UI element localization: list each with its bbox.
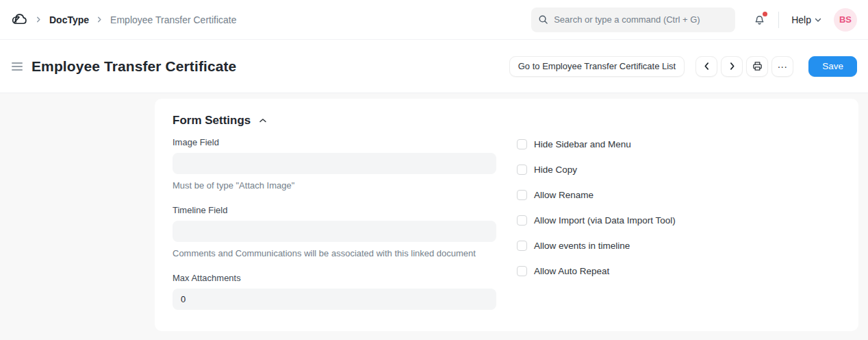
image-field-label: Image Field [173,137,496,147]
print-button[interactable] [746,56,768,77]
checkbox[interactable] [517,266,527,276]
section-title: Form Settings [173,114,251,127]
image-field-group: Image Field Must be of type "Attach Imag… [173,137,496,191]
top-navbar: DocType Employee Transfer Certificate He… [0,0,868,40]
navbar-divider [778,12,779,28]
checkbox-label: Hide Copy [534,165,577,175]
timeline-field-label: Timeline Field [173,205,496,215]
checkbox-row-allow-rename[interactable]: Allow Rename [517,190,841,200]
save-button[interactable]: Save [808,56,857,77]
checkbox[interactable] [517,190,527,200]
checkbox-label: Allow events in timeline [534,241,630,251]
main-content: Form Settings Image Field Must be of typ… [0,93,868,331]
checkbox[interactable] [517,139,527,149]
help-label: Help [791,14,811,25]
form-settings-card: Form Settings Image Field Must be of typ… [155,99,858,331]
max-attachments-input[interactable] [173,289,496,310]
checkbox-label: Allow Auto Repeat [534,266,609,276]
help-menu[interactable]: Help [791,14,821,25]
checkbox-label: Allow Import (via Data Import Tool) [534,215,676,226]
image-field-help: Must be of type "Attach Image" [173,180,496,191]
checkbox-row-allow-events-in-timeline[interactable]: Allow events in timeline [517,241,841,251]
previous-document-button[interactable] [695,56,717,77]
timeline-field-group: Timeline Field Comments and Communicatio… [173,205,496,258]
search-input[interactable] [554,14,728,25]
global-search[interactable] [531,8,735,32]
checkbox-row-hide-sidebar-and-menu[interactable]: Hide Sidebar and Menu [517,139,841,149]
checkbox-row-allow-auto-repeat[interactable]: Allow Auto Repeat [517,266,841,276]
breadcrumb-doctype-link[interactable]: DocType [49,14,89,25]
chevron-down-icon [815,16,821,23]
checkbox-label: Hide Sidebar and Menu [534,139,631,149]
search-icon [538,14,548,25]
checkbox[interactable] [517,165,527,175]
checkbox[interactable] [517,215,527,226]
breadcrumb-current-page: Employee Transfer Certificate [110,14,236,25]
max-attachments-label: Max Attachments [173,273,496,283]
chevron-left-icon [702,62,711,71]
checkbox[interactable] [517,241,527,251]
go-to-list-button[interactable]: Go to Employee Transfer Certificate List [509,56,685,77]
max-attachments-group: Max Attachments [173,273,496,310]
more-options-button[interactable]: ... [771,56,793,77]
menu-icon[interactable] [12,60,23,73]
form-settings-left-column: Image Field Must be of type "Attach Imag… [173,137,496,310]
form-settings-right-column: Hide Sidebar and Menu Hide Copy Allow Re… [517,137,841,310]
navbar-right: Help BS [531,8,857,32]
page-header: Employee Transfer Certificate Go to Empl… [0,40,868,93]
notifications-bell-icon[interactable] [753,13,766,26]
timeline-field-input[interactable] [173,221,496,242]
form-settings-section-header[interactable]: Form Settings [173,114,841,127]
chevron-right-icon [728,62,737,71]
image-field-input[interactable] [173,153,496,174]
checkbox-row-hide-copy[interactable]: Hide Copy [517,165,841,175]
printer-icon [752,60,763,72]
checkbox-label: Allow Rename [534,190,593,200]
chevron-right-icon [97,16,103,23]
page-title: Employee Transfer Certificate [31,58,236,75]
chevron-right-icon [36,16,42,23]
notification-dot [763,12,767,16]
user-avatar[interactable]: BS [834,8,857,32]
timeline-field-help: Comments and Communications will be asso… [173,248,496,258]
chevron-up-icon [259,117,267,125]
breadcrumb: DocType Employee Transfer Certificate [11,11,237,28]
ellipsis-icon: ... [778,60,788,73]
avatar-initials: BS [839,14,852,25]
app-logo-cloud-icon[interactable] [11,11,28,28]
checkbox-row-allow-import[interactable]: Allow Import (via Data Import Tool) [517,215,841,226]
next-document-button[interactable] [721,56,743,77]
page-actions: Go to Employee Transfer Certificate List… [509,56,857,77]
